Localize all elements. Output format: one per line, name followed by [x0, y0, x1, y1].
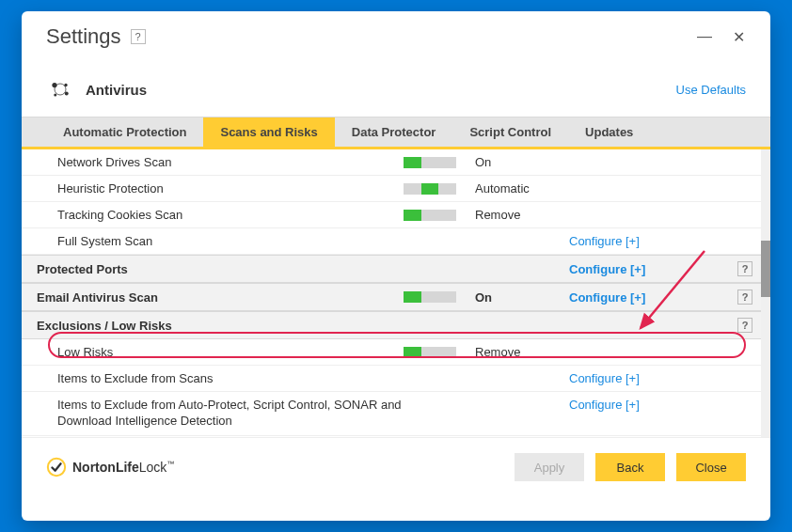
row-low-risks: Low Risks Remove: [22, 339, 770, 366]
footer-buttons: Apply Back Close: [515, 453, 746, 481]
label-heuristic-protection: Heuristic Protection: [57, 181, 404, 196]
label-low-risks: Low Risks: [57, 345, 404, 359]
antivirus-icon: [46, 75, 74, 103]
configure-email-antivirus-scan[interactable]: Configure [+]: [569, 290, 645, 305]
tab-automatic-protection[interactable]: Automatic Protection: [46, 117, 203, 147]
svg-point-1: [52, 83, 56, 87]
tab-data-protector[interactable]: Data Protector: [335, 117, 453, 147]
tab-scans-and-risks[interactable]: Scans and Risks: [203, 117, 334, 147]
tab-script-control[interactable]: Script Control: [452, 117, 568, 147]
label-network-drives-scan: Network Drives Scan: [57, 155, 404, 169]
titlebar: Settings ? — ✕: [22, 11, 770, 49]
row-exclusions-low-risks: Exclusions / Low Risks ?: [22, 311, 770, 339]
section-header-left: Antivirus: [46, 75, 147, 103]
norton-check-icon: [46, 457, 67, 477]
brand-text: NortonLifeLock™: [72, 460, 174, 475]
configure-items-exclude-auto[interactable]: Configure [+]: [569, 398, 640, 412]
label-tracking-cookies-scan: Tracking Cookies Scan: [57, 208, 404, 222]
row-items-exclude-scans: Items to Exclude from Scans Configure [+…: [22, 366, 770, 392]
svg-point-4: [65, 92, 69, 96]
toggle-network-drives-scan[interactable]: [404, 157, 456, 168]
title-help-button[interactable]: ?: [131, 29, 146, 44]
configure-items-exclude-scans[interactable]: Configure [+]: [569, 371, 640, 385]
settings-content: Network Drives Scan On Heuristic Protect…: [22, 149, 770, 437]
label-items-exclude-auto: Items to Exclude from Auto-Protect, Scri…: [57, 398, 404, 430]
row-signatures-exclude: Signatures to Exclude from All Detection…: [22, 436, 770, 437]
use-defaults-link[interactable]: Use Defaults: [676, 83, 746, 97]
window-controls: — ✕: [697, 29, 746, 44]
label-items-exclude-scans: Items to Exclude from Scans: [57, 371, 404, 385]
section-title: Antivirus: [86, 82, 147, 98]
row-protected-ports: Protected Ports Configure [+] ?: [22, 255, 770, 283]
footer: NortonLifeLock™ Apply Back Close: [22, 437, 770, 496]
label-protected-ports: Protected Ports: [37, 262, 404, 276]
help-protected-ports[interactable]: ?: [737, 261, 752, 276]
svg-point-2: [64, 84, 67, 86]
toggle-low-risks[interactable]: [404, 347, 456, 358]
back-button[interactable]: Back: [595, 453, 665, 481]
close-button[interactable]: Close: [676, 453, 746, 481]
label-email-antivirus-scan: Email Antivirus Scan: [37, 290, 404, 305]
configure-protected-ports[interactable]: Configure [+]: [569, 262, 645, 276]
help-exclusions-low-risks[interactable]: ?: [737, 318, 752, 333]
brand-logo: NortonLifeLock™: [46, 457, 174, 477]
minimize-button[interactable]: —: [697, 29, 712, 44]
tab-updates[interactable]: Updates: [568, 117, 650, 147]
section-header: Antivirus Use Defaults: [22, 49, 770, 117]
value-tracking-cookies-scan: Remove: [475, 208, 569, 222]
toggle-heuristic-protection[interactable]: [404, 183, 456, 195]
label-exclusions-low-risks: Exclusions / Low Risks: [37, 319, 404, 333]
close-window-button[interactable]: ✕: [731, 29, 746, 44]
value-low-risks: Remove: [475, 345, 569, 359]
page-title: Settings ?: [46, 24, 146, 49]
value-network-drives-scan: On: [475, 155, 569, 169]
scrollbar-thumb[interactable]: [761, 241, 770, 297]
row-full-system-scan: Full System Scan Configure [+]: [22, 228, 770, 255]
svg-point-3: [54, 94, 56, 97]
row-tracking-cookies-scan: Tracking Cookies Scan Remove: [22, 202, 770, 228]
toggle-email-antivirus-scan[interactable]: [404, 291, 456, 303]
row-heuristic-protection: Heuristic Protection Automatic: [22, 176, 770, 202]
value-email-antivirus-scan: On: [475, 290, 569, 305]
svg-point-6: [48, 459, 65, 476]
row-network-drives-scan: Network Drives Scan On: [22, 149, 770, 176]
value-heuristic-protection: Automatic: [475, 181, 569, 196]
title-text: Settings: [46, 24, 121, 49]
row-email-antivirus-scan: Email Antivirus Scan On Configure [+] ?: [22, 283, 770, 311]
row-items-exclude-auto: Items to Exclude from Auto-Protect, Scri…: [22, 392, 770, 436]
label-full-system-scan: Full System Scan: [57, 234, 404, 248]
settings-window: Settings ? — ✕ Antivirus Use Defaults Au…: [22, 11, 770, 521]
tab-bar: Automatic Protection Scans and Risks Dat…: [22, 117, 770, 149]
apply-button: Apply: [515, 453, 584, 481]
help-email-antivirus-scan[interactable]: ?: [737, 289, 752, 305]
toggle-tracking-cookies-scan[interactable]: [404, 210, 456, 221]
configure-full-system-scan[interactable]: Configure [+]: [569, 234, 640, 248]
